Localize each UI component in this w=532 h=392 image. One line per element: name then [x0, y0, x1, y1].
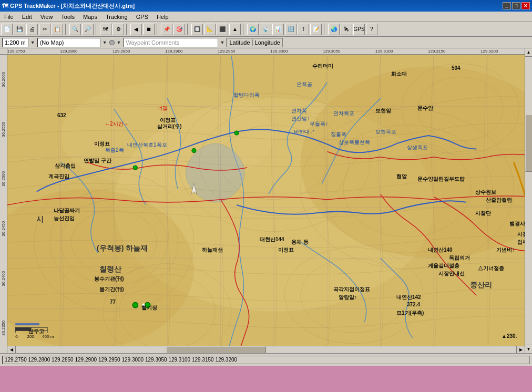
toolbar-separator: [65, 24, 67, 35]
left-ruler: 36.260036.255036.250036.245036.240036.23…: [0, 48, 7, 353]
waypoint-placeholder: Waypoint Comments: [126, 39, 180, 46]
window-controls[interactable]: _ □ ✕: [503, 2, 530, 9]
ruler-lat-4: 36.2400: [0, 254, 7, 304]
scrollbar-thumb-h[interactable]: [166, 346, 266, 354]
menu-item-tools[interactable]: Tools: [57, 12, 79, 22]
scroll-down-button[interactable]: ▼: [525, 345, 533, 353]
ruler-lat-2: 36.2500: [0, 154, 7, 204]
menu-item-gps[interactable]: GPS: [132, 12, 152, 22]
toolbar-button-27[interactable]: T: [298, 24, 309, 35]
map-color-indicator[interactable]: [109, 40, 115, 45]
scrollbar-track-h[interactable]: [16, 346, 516, 354]
menu-item-view[interactable]: View: [36, 12, 57, 22]
vertical-scrollbar[interactable]: ▲ ▼: [525, 48, 532, 353]
toolbar-button-0[interactable]: 📄: [1, 24, 13, 35]
toolbar-button-1[interactable]: 💾: [14, 24, 25, 35]
status-bar: 129.2750 129.2800 129.2850 129.2900 129.…: [0, 353, 532, 366]
toolbar-button-30[interactable]: 🌏: [328, 24, 340, 35]
menu-item-edit[interactable]: Edit: [18, 12, 36, 22]
ruler-lon-8: 129.3150: [428, 49, 445, 54]
toolbar-button-20[interactable]: ⬛: [217, 24, 228, 35]
menu-item-help[interactable]: Help: [152, 12, 173, 22]
toolbar-button-24[interactable]: 📡: [260, 24, 271, 35]
toolbar-button-31[interactable]: 🛰: [341, 24, 352, 35]
ruler-lon-0: 129.2750: [7, 49, 25, 54]
map-main[interactable]: 129.2750129.2800129.2850129.2900129.2950…: [7, 48, 532, 353]
ruler-lon-1: 129.2800: [60, 49, 77, 54]
waypoint-comments-field[interactable]: Waypoint Comments: [124, 38, 218, 47]
map-area[interactable]: 0 200 400 m 수리더미화소대504은폭골할탱다리폭문수암연차폭연산암↑…: [7, 55, 532, 353]
toolbar-button-33[interactable]: ?: [366, 24, 377, 35]
indicator-arrow[interactable]: ▼: [117, 40, 121, 45]
toolbar-button-15[interactable]: 📌: [161, 24, 172, 35]
scale-field[interactable]: 1:200 m: [2, 38, 28, 47]
maximize-button[interactable]: □: [512, 2, 520, 9]
toolbar-button-23[interactable]: 🌍: [247, 24, 259, 35]
toolbar-button-26[interactable]: 🔢: [285, 24, 296, 35]
waypoint-arrow[interactable]: ▼: [220, 40, 225, 45]
ruler-corner: [0, 48, 7, 55]
map-name-field[interactable]: (No Map): [37, 38, 100, 47]
map-container: 36.260036.255036.250036.245036.240036.23…: [0, 48, 532, 353]
toolbar-button-25[interactable]: 📊: [272, 24, 284, 35]
ruler-lon-6: 129.3050: [323, 49, 340, 54]
toolbar-button-3[interactable]: ✂: [39, 24, 50, 35]
ruler-lon-4: 129.2950: [218, 49, 235, 54]
scroll-up-button[interactable]: ▲: [525, 48, 533, 57]
toolbar: 📄💾🖨✂📋🔍🔎🗺⚙◀⏹📌🎯🔲📐⬛▲🌍📡📊🔢T📝🌏🛰GPS?: [0, 22, 532, 37]
map-dropdown-arrow[interactable]: ▼: [103, 40, 107, 45]
scrollbar-thumb-v[interactable]: [525, 115, 533, 172]
ruler-lat-1: 36.2550: [0, 105, 7, 154]
toolbar-button-12[interactable]: ◀: [130, 24, 142, 35]
scrollbar-track-v[interactable]: [525, 57, 533, 345]
toolbar-button-18[interactable]: 🔲: [191, 24, 203, 35]
toolbar-button-6[interactable]: 🔍: [69, 24, 81, 35]
svg-text:0: 0: [15, 334, 18, 339]
lat-lon-display: Latitude Longitude: [227, 38, 282, 47]
scale-value: 1:200 m: [5, 39, 26, 46]
svg-rect-43: [15, 327, 31, 331]
top-ruler: 129.2750129.2800129.2850129.2900129.2950…: [7, 48, 532, 55]
scale-dropdown-arrow[interactable]: ▼: [30, 40, 35, 45]
ruler-lon-5: 129.3000: [270, 49, 288, 54]
svg-point-35: [133, 166, 137, 170]
lat-label: Latitude: [229, 39, 252, 46]
toolbar-button-28[interactable]: 📝: [310, 24, 322, 35]
scroll-right-button[interactable]: ▶: [516, 346, 525, 354]
toolbar-separator: [157, 24, 159, 35]
toolbar-button-21[interactable]: ▲: [229, 24, 241, 35]
svg-point-36: [192, 148, 196, 152]
menu-bar: FileEditViewToolsMapsTrackingGPSHelp: [0, 12, 532, 22]
toolbar-button-13[interactable]: ⏹: [143, 24, 155, 35]
svg-point-37: [234, 131, 239, 135]
scroll-left-button[interactable]: ◀: [7, 346, 16, 354]
toolbar-button-2[interactable]: 🖨: [26, 24, 38, 35]
menu-item-maps[interactable]: Maps: [79, 12, 101, 22]
close-button[interactable]: ✕: [521, 2, 530, 9]
toolbar-button-32[interactable]: GPS: [353, 24, 365, 35]
minimize-button[interactable]: _: [503, 2, 511, 9]
toolbar-button-10[interactable]: ⚙: [112, 24, 124, 35]
toolbar-button-19[interactable]: 📐: [204, 24, 216, 35]
title-bar: 🗺 GPS TrackMaker - [차치소와내간산대선사.gtm] _ □ …: [0, 0, 532, 12]
ruler-lat-5: 36.2350: [0, 303, 7, 353]
menu-item-tracking[interactable]: Tracking: [101, 12, 132, 22]
horizontal-scrollbar[interactable]: ◀ ▶: [7, 346, 525, 353]
menu-item-file[interactable]: File: [0, 12, 18, 22]
window-title: GPS TrackMaker - [차치소와내간산대선사.gtm]: [8, 2, 503, 10]
toolbar-button-4[interactable]: 📋: [52, 24, 63, 35]
toolbar-button-9[interactable]: 🗺: [100, 24, 111, 35]
ruler-lat-3: 36.2450: [0, 204, 7, 254]
toolbar-button-16[interactable]: 🎯: [173, 24, 185, 35]
svg-point-38: [132, 303, 138, 308]
map-name-value: (No Map): [40, 39, 64, 46]
toolbar-button-7[interactable]: 🔎: [82, 24, 94, 35]
lon-label: Longitude: [253, 39, 280, 46]
toolbar-separator: [324, 24, 326, 35]
app-icon: 🗺: [2, 3, 8, 9]
ruler-lon-9: 129.3200: [480, 49, 498, 54]
svg-text:200: 200: [27, 334, 35, 339]
toolbar-separator: [126, 24, 128, 35]
map-svg: 0 200 400 m: [7, 55, 532, 353]
coord-display: 129.2750 129.2800 129.2850 129.2900 129.…: [2, 356, 530, 364]
